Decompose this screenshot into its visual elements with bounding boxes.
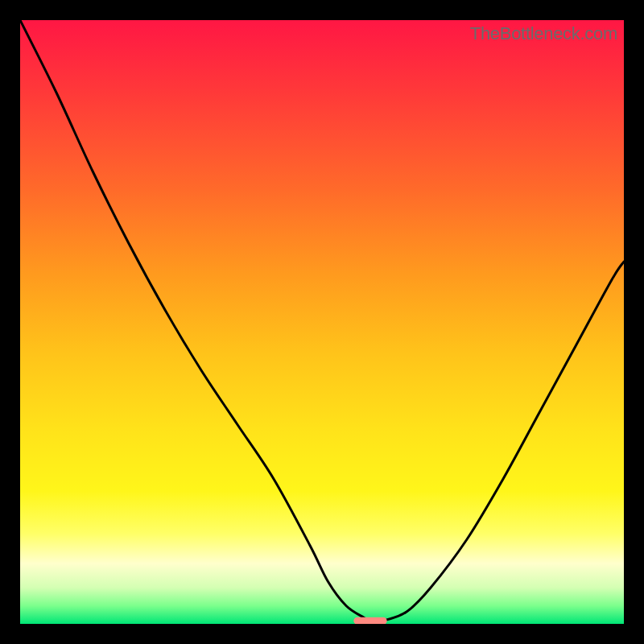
bottleneck-chart [20,20,624,624]
optimum-marker [353,617,386,624]
watermark-text: TheBottleneck.com [470,23,617,44]
chart-frame: TheBottleneck.com [20,20,624,624]
gradient-background [20,20,624,624]
